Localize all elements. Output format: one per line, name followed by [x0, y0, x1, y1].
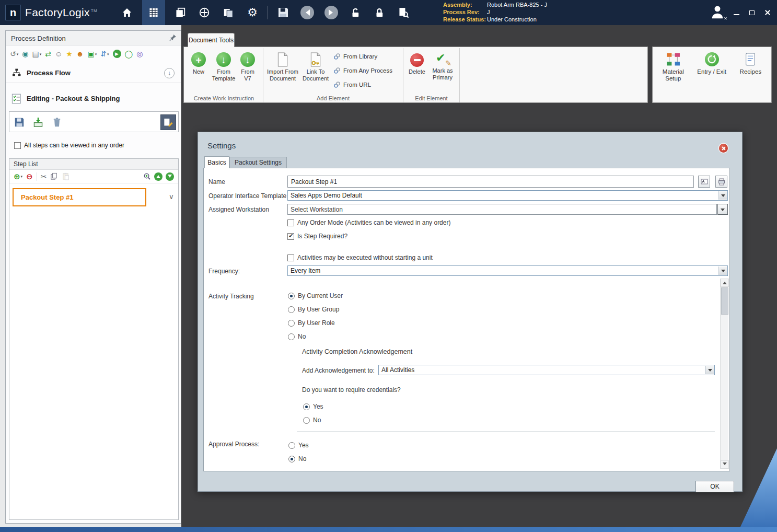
- delete-icon: [410, 53, 424, 67]
- delete-element-button[interactable]: Delete: [405, 51, 428, 75]
- section-divider: [297, 431, 715, 432]
- export-icon[interactable]: ▣▾: [88, 50, 97, 57]
- collapse-icon[interactable]: ↓: [164, 68, 175, 78]
- tab-document-tools[interactable]: Document Tools: [188, 33, 235, 47]
- entry-exit-button[interactable]: Entry / Exit: [697, 52, 726, 102]
- titlebar: n FactoryLogixTM ⚙ Assembly: Robot Arm R…: [0, 0, 777, 25]
- publish-icon[interactable]: ◉: [22, 50, 28, 57]
- pin-icon[interactable]: [169, 34, 177, 42]
- back-icon[interactable]: [298, 0, 316, 25]
- save-step-button[interactable]: [11, 114, 27, 130]
- radio-by-user-group[interactable]: [288, 306, 295, 313]
- scroll-up-icon[interactable]: [721, 279, 729, 287]
- wizard-icon[interactable]: ★: [66, 50, 73, 57]
- is-step-required-checkbox[interactable]: [287, 233, 294, 240]
- process-definition-icon[interactable]: [142, 0, 165, 25]
- dropdown-arrow-icon: [705, 366, 714, 374]
- find-document-icon[interactable]: [395, 0, 412, 25]
- no-unit-checkbox[interactable]: [287, 255, 294, 261]
- radio-approval-yes[interactable]: [288, 442, 295, 449]
- production-icon[interactable]: [171, 0, 189, 25]
- link-to-document-button[interactable]: Link To Document: [300, 51, 331, 82]
- dropdown-arrow-icon: [718, 191, 727, 200]
- unlock-icon[interactable]: [346, 0, 364, 25]
- from-any-process-button[interactable]: From Any Process: [333, 67, 393, 74]
- remove-step-button[interactable]: ⊖: [26, 172, 33, 180]
- radio-by-current-user[interactable]: [288, 293, 295, 299]
- chevron-down-icon[interactable]: ∨: [169, 192, 174, 201]
- tab-label: Document Tools: [189, 37, 234, 44]
- radio-credentials-yes[interactable]: [303, 403, 310, 410]
- paste-button[interactable]: [62, 172, 69, 180]
- radio-tracking-no[interactable]: [288, 333, 295, 340]
- minimize-button[interactable]: [732, 8, 740, 17]
- radio-label: No: [298, 333, 306, 340]
- ack-select[interactable]: All Activities: [378, 365, 715, 375]
- move-down-button[interactable]: [166, 172, 174, 181]
- mark-as-primary-button[interactable]: ✔✎ Mark as Primary: [428, 51, 457, 80]
- recipes-button[interactable]: Recipes: [740, 52, 762, 102]
- run-icon[interactable]: ▶: [113, 50, 121, 58]
- find-user-icon[interactable]: ☺: [55, 50, 62, 57]
- home-icon[interactable]: [118, 0, 136, 25]
- tab-basics[interactable]: Basics: [204, 156, 229, 168]
- compare-icon[interactable]: ⇄: [45, 50, 51, 57]
- scrollbar-thumb[interactable]: [721, 287, 728, 315]
- step-list-toolbar: ⊕▾ ⊖ ✂: [9, 170, 178, 183]
- frequency-select[interactable]: Every Item: [287, 265, 728, 276]
- record-icon[interactable]: ◎: [136, 50, 143, 57]
- move-up-button[interactable]: [154, 172, 163, 181]
- print-icon[interactable]: ▤▾: [32, 50, 41, 57]
- lock-icon[interactable]: [370, 0, 388, 25]
- copy-button[interactable]: [50, 172, 58, 180]
- save-icon[interactable]: [274, 0, 292, 25]
- add-step-button[interactable]: ⊕▾: [14, 172, 22, 180]
- close-button[interactable]: [763, 8, 772, 17]
- edit-content-button[interactable]: [160, 114, 176, 130]
- step-item-packout-step-1[interactable]: Packout Step #1: [13, 188, 146, 206]
- template-select[interactable]: Sales Apps Demo Default: [287, 190, 728, 201]
- material-setup-button[interactable]: Material Setup: [663, 52, 684, 102]
- process-flow-row[interactable]: Process Flow ↓: [6, 63, 181, 83]
- new-button[interactable]: + New: [187, 51, 210, 75]
- workstation-dropdown-button[interactable]: [717, 204, 728, 215]
- from-url-button[interactable]: From URL: [333, 81, 393, 88]
- forward-icon[interactable]: [322, 0, 340, 25]
- name-input[interactable]: [287, 176, 694, 188]
- settings-gear-icon[interactable]: ⚙: [243, 0, 261, 25]
- dialog-close-icon[interactable]: [719, 144, 728, 153]
- maximize-button[interactable]: [748, 8, 756, 17]
- radio-by-user-role[interactable]: [288, 320, 295, 327]
- dispatch-icon[interactable]: [195, 0, 213, 25]
- zoom-step-button[interactable]: [143, 172, 151, 180]
- import-step-button[interactable]: [30, 114, 46, 130]
- from-library-button[interactable]: From Library: [333, 53, 393, 60]
- from-template-button[interactable]: ↓ From Template: [210, 51, 237, 82]
- any-order-mode-checkbox[interactable]: [287, 219, 294, 226]
- radio-approval-no[interactable]: [288, 456, 295, 462]
- from-library-label: From Library: [343, 53, 377, 60]
- edit-text-button[interactable]: [698, 176, 710, 188]
- documents-icon[interactable]: [219, 0, 237, 25]
- from-v7-button[interactable]: ↓ From V7: [237, 51, 258, 82]
- tab-packout-settings[interactable]: Packout Settings: [229, 157, 287, 168]
- any-order-checkbox[interactable]: [14, 142, 21, 149]
- workstation-field[interactable]: Select Workstation: [287, 204, 717, 215]
- scroll-down-icon[interactable]: [721, 460, 729, 469]
- print-preview-button[interactable]: [715, 176, 727, 188]
- dialog-scrollbar[interactable]: [720, 279, 728, 469]
- radio-credentials-no[interactable]: [303, 417, 310, 424]
- cut-button[interactable]: ✂: [41, 173, 47, 180]
- validate-icon[interactable]: ◯: [125, 50, 133, 57]
- user-role-icon[interactable]: ☻: [76, 50, 84, 57]
- import-from-document-button[interactable]: Import From Document: [265, 51, 300, 82]
- user-icon[interactable]: [710, 4, 727, 21]
- process-flow-label: Process Flow: [27, 69, 71, 77]
- ok-button[interactable]: OK: [695, 481, 734, 492]
- branch-icon[interactable]: ⇵▾: [100, 50, 109, 57]
- any-order-mode-row: Any Order Mode (Activities can be viewed…: [287, 219, 450, 226]
- tracking-option-current-user: By Current User: [288, 292, 343, 299]
- undo-icon[interactable]: ↺▾: [10, 50, 18, 57]
- delete-step-button[interactable]: [49, 114, 65, 130]
- name-label: Name: [208, 178, 225, 186]
